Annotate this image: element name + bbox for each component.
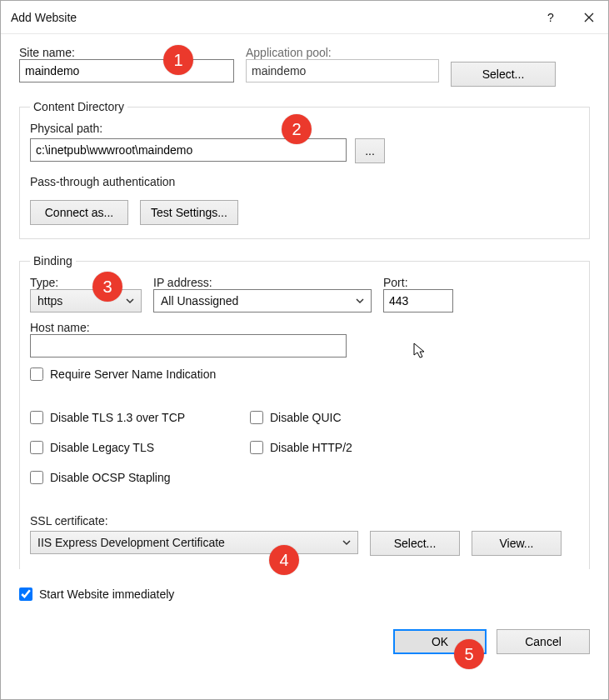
disable-quic-label: Disable QUIC <box>270 411 342 424</box>
require-sni-label: Require Server Name Indication <box>50 368 216 381</box>
ssl-label: SSL certificate: <box>30 514 108 528</box>
content-directory-legend: Content Directory <box>30 100 127 113</box>
app-pool-value: maindemo <box>246 59 439 82</box>
host-name-input[interactable] <box>30 334 347 358</box>
mouse-cursor-icon <box>413 342 427 362</box>
disable-legacy-label: Disable Legacy TLS <box>50 441 154 454</box>
site-name-input[interactable] <box>19 59 234 82</box>
disable-legacy-checkbox[interactable]: Disable Legacy TLS <box>30 438 238 458</box>
type-value: https <box>37 294 62 308</box>
port-label: Port: <box>383 276 453 289</box>
ip-label: IP address: <box>153 276 372 289</box>
annotation-marker-4: 4 <box>269 545 299 575</box>
type-label: Type: <box>30 276 142 289</box>
chevron-down-icon <box>339 532 354 553</box>
disable-tls13-label: Disable TLS 1.3 over TCP <box>50 411 185 424</box>
title-bar: Add Website ? <box>1 1 608 34</box>
disable-ocsp-label: Disable OCSP Stapling <box>50 471 170 484</box>
annotation-marker-5: 5 <box>454 639 484 669</box>
chevron-down-icon <box>352 290 367 312</box>
type-dropdown[interactable]: https <box>30 289 142 312</box>
chevron-down-icon <box>122 290 137 312</box>
help-button[interactable]: ? <box>532 1 570 34</box>
app-pool-label: Application pool: <box>246 46 439 59</box>
annotation-marker-3: 3 <box>92 272 122 302</box>
connect-as-button[interactable]: Connect as... <box>30 200 128 225</box>
ssl-cert-dropdown[interactable]: IIS Express Development Certificate <box>30 531 358 554</box>
top-row: Site name: Application pool: maindemo Se… <box>19 46 590 87</box>
disable-quic-checkbox[interactable]: Disable QUIC <box>250 408 352 428</box>
ssl-select-button[interactable]: Select... <box>370 531 460 556</box>
window-title: Add Website <box>11 11 532 24</box>
app-pool-select-button[interactable]: Select... <box>451 62 556 87</box>
disable-http2-label: Disable HTTP/2 <box>270 441 352 454</box>
disable-ocsp-checkbox[interactable]: Disable OCSP Stapling <box>30 468 238 488</box>
ip-dropdown[interactable]: All Unassigned <box>153 289 372 312</box>
ip-value: All Unassigned <box>161 294 238 308</box>
browse-button[interactable]: ... <box>355 138 385 163</box>
test-settings-button[interactable]: Test Settings... <box>140 200 238 225</box>
disable-http2-checkbox[interactable]: Disable HTTP/2 <box>250 438 352 458</box>
annotation-marker-1: 1 <box>163 45 193 75</box>
passthrough-label: Pass-through authentication <box>30 175 579 188</box>
site-name-label: Site name: <box>19 46 234 59</box>
close-button[interactable] <box>570 1 608 34</box>
ssl-cert-value: IIS Express Development Certificate <box>37 536 225 549</box>
disable-tls13-checkbox[interactable]: Disable TLS 1.3 over TCP <box>30 408 238 428</box>
cancel-button[interactable]: Cancel <box>497 629 590 654</box>
binding-legend: Binding <box>30 254 76 268</box>
close-icon <box>584 12 594 22</box>
host-name-label: Host name: <box>30 321 579 334</box>
ssl-view-button[interactable]: View... <box>472 531 562 556</box>
port-input[interactable] <box>383 289 453 312</box>
start-immediately-label: Start Website immediately <box>39 588 174 601</box>
require-sni-checkbox[interactable]: Require Server Name Indication <box>30 364 579 384</box>
annotation-marker-2: 2 <box>282 114 312 144</box>
start-immediately-checkbox[interactable]: Start Website immediately <box>19 584 590 604</box>
